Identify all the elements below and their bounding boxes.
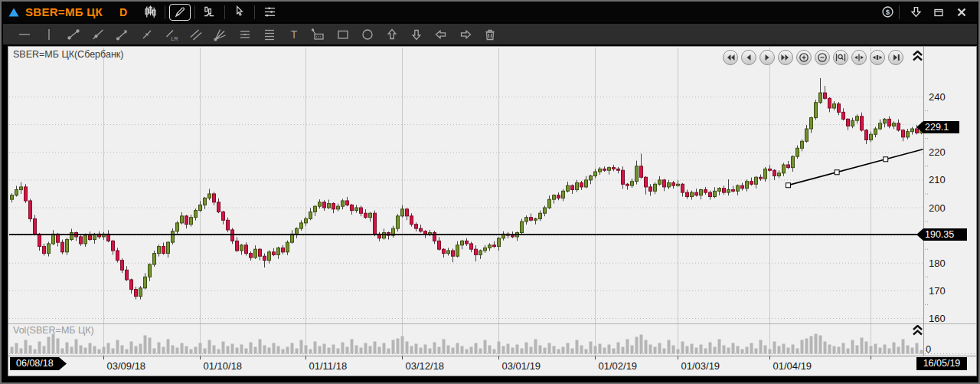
svg-text:03/09/18: 03/09/18 xyxy=(107,360,146,372)
svg-text:180: 180 xyxy=(929,258,946,269)
horizontal-line-button[interactable] xyxy=(15,25,34,44)
last-price-badge: 229.1 xyxy=(916,121,959,133)
arrow-down-button[interactable] xyxy=(407,25,426,44)
fast-forward-icon xyxy=(780,52,791,63)
minimize-icon xyxy=(910,6,922,18)
terminal-window: SBER=МБ ЦК D $ LRT 240230220210200190180… xyxy=(0,0,980,384)
volume-series xyxy=(11,334,923,354)
separator xyxy=(254,5,255,19)
equidistant-levels-button[interactable] xyxy=(236,25,254,44)
arrow-right-button[interactable] xyxy=(456,25,475,44)
arrow-right-icon xyxy=(459,28,472,41)
chart-type-icon xyxy=(144,5,157,18)
backward-icon xyxy=(743,52,754,63)
parallel-channel-icon xyxy=(189,28,203,41)
timeframe-label[interactable]: D xyxy=(119,6,127,18)
vertical-line-button[interactable] xyxy=(40,25,58,44)
parallel-channel-button[interactable] xyxy=(187,25,205,44)
chart-legend: SBER=МБ ЦК(Сбербанк) xyxy=(13,49,123,60)
zoom-in-icon xyxy=(799,52,809,63)
chart-area[interactable]: 24023022021020019018017016003/09/1801/10… xyxy=(8,46,977,376)
close-icon xyxy=(956,7,967,18)
vertical-line-icon xyxy=(42,28,56,41)
trendline-button[interactable] xyxy=(64,25,83,44)
trendline-drawing[interactable] xyxy=(786,149,923,188)
fib-levels-button[interactable] xyxy=(260,25,279,44)
svg-text:01/04/19: 01/04/19 xyxy=(773,360,812,372)
currency-button[interactable]: $ xyxy=(878,5,897,20)
ray-button[interactable] xyxy=(89,25,107,44)
text-tool-icon: T xyxy=(287,28,301,41)
titlebar-tools xyxy=(138,2,282,22)
triangle-logo-icon xyxy=(8,8,19,17)
svg-text:240: 240 xyxy=(929,91,946,103)
volume-legend: Vol(SBER=МБ ЦК) xyxy=(13,325,94,336)
drawing-toolbar: LRT xyxy=(3,24,977,44)
chart-type-button[interactable] xyxy=(139,4,161,21)
svg-text:01/11/18: 01/11/18 xyxy=(309,360,348,372)
collapse-pane-icon[interactable] xyxy=(913,51,923,61)
zoom-interval-button[interactable] xyxy=(833,50,848,65)
zoom-out-button[interactable] xyxy=(815,50,830,65)
arrow-left-button[interactable] xyxy=(432,25,450,44)
minimize-button[interactable] xyxy=(906,5,925,20)
linear-regression-button[interactable]: LR xyxy=(162,25,181,44)
cursor-mode-button[interactable] xyxy=(229,4,250,21)
svg-text:03/01/19: 03/01/19 xyxy=(502,360,541,372)
fan-lines-icon xyxy=(214,28,227,41)
compress-button[interactable] xyxy=(851,50,867,65)
trend-tick-icon xyxy=(140,28,154,41)
fib-levels-icon xyxy=(263,28,276,41)
rectangle-icon xyxy=(336,28,350,41)
expand-candles-icon xyxy=(872,52,883,63)
zoom-in-button[interactable] xyxy=(796,50,812,65)
delete-button[interactable] xyxy=(481,25,499,44)
ray-icon xyxy=(91,28,105,41)
restore-button[interactable] xyxy=(929,5,948,20)
fast-backward-button[interactable] xyxy=(723,50,738,65)
titlebar: SBER=МБ ЦК D $ xyxy=(3,2,977,22)
candlestick-series xyxy=(11,78,923,300)
levels-panel-button[interactable] xyxy=(259,4,280,21)
go-to-end-button[interactable] xyxy=(888,50,903,65)
ellipse-button[interactable] xyxy=(358,25,377,44)
measure-icon xyxy=(312,28,325,41)
cursor-mode-icon xyxy=(234,5,247,18)
delete-icon xyxy=(483,28,497,41)
backward-button[interactable] xyxy=(741,50,756,65)
arrow-line-button[interactable] xyxy=(113,25,132,44)
arrow-up-button[interactable] xyxy=(383,25,401,44)
forward-button[interactable] xyxy=(760,50,775,65)
svg-text:0: 0 xyxy=(926,343,931,355)
ellipse-icon xyxy=(361,28,374,41)
compress-icon xyxy=(854,52,864,63)
trend-tick-button[interactable] xyxy=(138,25,156,44)
svg-text:$: $ xyxy=(885,8,890,16)
close-button[interactable] xyxy=(952,5,971,20)
expand-candles-button[interactable] xyxy=(870,50,885,65)
svg-text:T: T xyxy=(291,28,298,41)
instrument-title: SBER=МБ ЦК xyxy=(25,5,103,18)
chart-canvas[interactable]: 24023022021020019018017016003/09/1801/10… xyxy=(8,47,976,376)
arrow-left-icon xyxy=(434,28,448,41)
zoom-interval-icon xyxy=(835,52,846,63)
separator xyxy=(165,5,165,19)
text-tool-button[interactable]: T xyxy=(285,25,303,44)
draw-mode-button[interactable] xyxy=(169,4,191,21)
go-to-end-icon xyxy=(890,52,901,63)
svg-text:160: 160 xyxy=(929,313,946,324)
currency-icon: $ xyxy=(882,6,893,18)
svg-text:170: 170 xyxy=(929,285,946,297)
svg-text:LR: LR xyxy=(172,35,178,41)
restore-icon xyxy=(933,7,944,18)
svg-text:210: 210 xyxy=(929,174,946,185)
rectangle-button[interactable] xyxy=(334,25,352,44)
fan-lines-button[interactable] xyxy=(211,25,230,44)
measure-button[interactable] xyxy=(309,25,328,44)
fast-forward-button[interactable] xyxy=(778,50,793,65)
trendline-icon xyxy=(67,28,80,41)
collapse-volume-icon[interactable] xyxy=(913,325,923,336)
arrow-line-icon xyxy=(116,28,129,41)
separator xyxy=(194,5,195,19)
indicator-button[interactable] xyxy=(199,4,220,21)
